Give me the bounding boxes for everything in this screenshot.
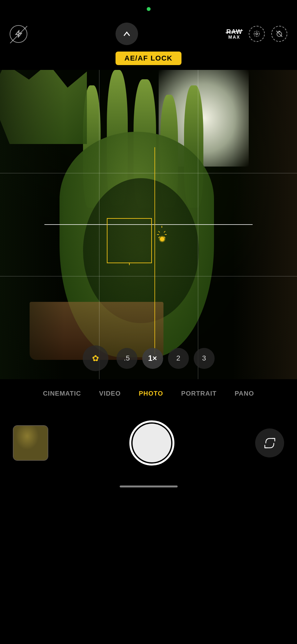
svg-marker-0	[16, 31, 22, 37]
mode-photo[interactable]: PHOTO	[130, 390, 172, 397]
aeaf-container: AE/AF LOCK	[0, 50, 297, 70]
home-indicator-bar	[0, 478, 297, 495]
af-focus-box	[107, 218, 152, 263]
zoom-05x-button[interactable]: .5	[116, 348, 137, 369]
macro-icon: ✿	[92, 353, 99, 363]
af-vertical-line	[154, 147, 155, 354]
zoom-1x-button[interactable]: 1×	[142, 348, 163, 369]
live-photo-icon[interactable]	[249, 26, 265, 42]
zoom-3x-button[interactable]: 3	[194, 348, 215, 369]
exposure-sun-icon[interactable]	[157, 234, 167, 244]
raw-label: RAW	[226, 28, 242, 35]
mode-scroll: CINEMATIC VIDEO PHOTO PORTRAIT PANO	[0, 390, 297, 397]
flip-camera-icon	[263, 436, 277, 450]
status-indicator	[147, 7, 151, 11]
shutter-inner	[133, 424, 171, 462]
mode-portrait[interactable]: PORTRAIT	[172, 390, 226, 397]
aeaf-lock-badge[interactable]: AE/AF LOCK	[116, 52, 181, 65]
zoom-controls: ✿ .5 1× 2 3	[0, 345, 297, 371]
shutter-button[interactable]	[129, 420, 174, 466]
zoom-2x-button[interactable]: 2	[168, 348, 189, 369]
timer-off-icon[interactable]	[271, 26, 287, 42]
mode-pano[interactable]: PANO	[226, 390, 263, 397]
mode-selector: CINEMATIC VIDEO PHOTO PORTRAIT PANO	[0, 379, 297, 408]
top-right-icons: RAW MAX	[226, 26, 287, 42]
last-photo-thumbnail[interactable]	[13, 425, 48, 461]
bottom-controls	[0, 408, 297, 478]
top-controls: RAW MAX	[0, 18, 297, 50]
flip-camera-button[interactable]	[255, 428, 284, 457]
flash-off-icon[interactable]	[10, 25, 27, 43]
macro-button[interactable]: ✿	[83, 345, 108, 371]
raw-max-button[interactable]: RAW MAX	[226, 28, 242, 39]
thumbnail-image	[14, 426, 48, 460]
max-label: MAX	[228, 35, 240, 39]
home-bar	[120, 485, 178, 487]
viewfinder[interactable]: ✿ .5 1× 2 3	[0, 70, 297, 379]
chevron-up-button[interactable]	[116, 23, 138, 45]
mode-video[interactable]: VIDEO	[90, 390, 130, 397]
mode-cinematic[interactable]: CINEMATIC	[34, 390, 90, 397]
status-bar	[0, 0, 297, 18]
